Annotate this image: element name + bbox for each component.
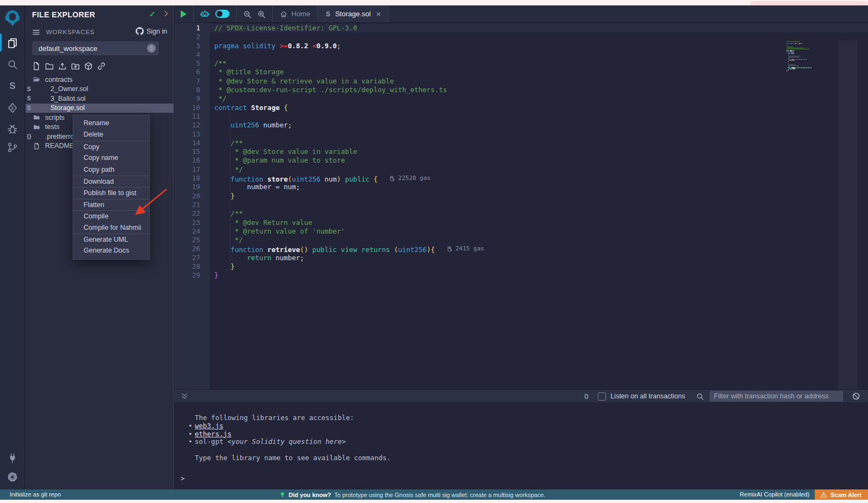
code-lines: // SPDX-License-Identifier: GPL-3.0pragm… xyxy=(214,24,484,280)
solidity-file-icon: S xyxy=(325,10,331,18)
copilot-status[interactable]: RemixAI Copilot (enabled) xyxy=(740,491,809,498)
sidebar-item-debugger[interactable] xyxy=(4,121,21,137)
sidebar-item-plugin-manager[interactable] xyxy=(4,450,21,466)
terminal-line: The following libraries are accessible: xyxy=(195,414,391,422)
menu-item-delete[interactable]: Delete xyxy=(73,129,149,140)
line-number: 26 xyxy=(174,244,206,253)
menu-item-compile-for-nahmii[interactable]: Compile for Nahmii xyxy=(73,222,149,234)
folder-open-icon xyxy=(33,76,40,83)
terminal-line: Type the library name to see available c… xyxy=(195,454,391,462)
status-bar: Initialize as git repo Did you know? To … xyxy=(0,489,868,500)
menu-item-generate-docs[interactable]: Generate Docs xyxy=(73,245,149,256)
code-line: pragma solidity >=0.8.2 <0.9.0; xyxy=(214,42,484,50)
file-icon xyxy=(33,143,40,150)
solidity-icon: S xyxy=(25,86,33,93)
terminal-search-icon[interactable] xyxy=(696,392,704,401)
bug-icon xyxy=(7,124,18,134)
library-link[interactable]: ethers.js xyxy=(195,430,232,438)
terminal-line: •ethers.js xyxy=(195,430,391,438)
code-line xyxy=(214,201,484,209)
load-from-ipfs-button[interactable] xyxy=(84,62,93,72)
line-number: 29 xyxy=(174,271,206,280)
menu-item-download[interactable]: Download xyxy=(73,176,149,187)
terminal-bar: 0 Listen on all transactions xyxy=(174,389,868,402)
deploy-icon xyxy=(7,102,18,113)
menu-item-rename[interactable]: Rename xyxy=(73,118,149,129)
tree-item-3-ballot-sol[interactable]: S3_Ballot.sol xyxy=(25,94,174,104)
remix-app: S FILE EXPLORER ✓ WORKSPACES Sign in def… xyxy=(0,5,868,489)
tab-label: Home xyxy=(291,10,310,18)
zoom-out-icon[interactable] xyxy=(243,10,252,18)
code-line: function retrieve() public view returns … xyxy=(214,244,484,253)
editor-toolbar: Home S Storage.sol × xyxy=(174,5,868,23)
line-number: 5 xyxy=(174,59,206,68)
remix-logo-icon[interactable] xyxy=(3,8,22,28)
tree-item-2-owner-sol[interactable]: S2_Owner.sol xyxy=(25,85,174,94)
menu-item-flatten[interactable]: Flatten xyxy=(73,199,149,210)
line-number: 3 xyxy=(174,42,206,50)
sidebar-item-file-explorer[interactable] xyxy=(4,35,21,51)
clear-terminal-icon[interactable] xyxy=(852,392,860,401)
upload-folder-button[interactable] xyxy=(71,62,80,72)
new-folder-button[interactable] xyxy=(45,62,54,72)
scam-alert-badge[interactable]: Scam Alert xyxy=(815,489,868,500)
solidity-icon: S xyxy=(7,81,18,92)
code-line: } xyxy=(214,192,484,201)
home-icon xyxy=(280,10,288,18)
code-editor[interactable]: 1234567891011121314151617181920212223242… xyxy=(174,23,868,395)
tree-item-storage-sol[interactable]: SStorage.sol xyxy=(25,104,174,113)
listen-transactions-checkbox[interactable] xyxy=(598,392,606,401)
search-icon xyxy=(7,59,18,70)
tree-item-contracts[interactable]: contracts xyxy=(25,75,174,85)
library-link[interactable]: web3.js xyxy=(195,422,224,430)
ai-robot-icon[interactable] xyxy=(200,9,210,19)
menu-item-copy[interactable]: Copy xyxy=(73,141,149,152)
sign-in-button[interactable]: Sign in xyxy=(136,27,167,35)
file-label: 2_Owner.sol xyxy=(50,85,88,93)
terminal-output[interactable]: The following libraries are accessible:•… xyxy=(174,402,868,489)
tab-home[interactable]: Home xyxy=(273,5,318,22)
sidebar-item-search[interactable] xyxy=(4,56,21,73)
listen-transactions-label: Listen on all transactions xyxy=(610,392,685,400)
ai-copilot-group xyxy=(194,5,237,22)
editor-scrollbar[interactable] xyxy=(838,40,857,395)
solidity-icon: S xyxy=(25,105,33,112)
menu-item-copy-path[interactable]: Copy path xyxy=(73,164,149,176)
tab-storage-sol[interactable]: S Storage.sol × xyxy=(318,5,389,22)
line-number: 8 xyxy=(174,86,206,94)
workspace-spinner-icon xyxy=(147,44,156,53)
panel-expand-chevron-icon[interactable] xyxy=(162,10,170,17)
load-from-url-button[interactable] xyxy=(97,62,106,72)
sidebar-item-settings[interactable] xyxy=(4,469,21,485)
line-number: 18 xyxy=(174,174,206,183)
code-line xyxy=(214,112,484,121)
terminal-expand-icon[interactable] xyxy=(181,392,188,400)
copilot-toggle[interactable] xyxy=(215,10,229,18)
zoom-in-icon[interactable] xyxy=(257,10,266,18)
transaction-filter-input[interactable] xyxy=(710,391,843,402)
file-label: Storage.sol xyxy=(50,104,85,112)
close-tab-icon[interactable]: × xyxy=(376,9,381,18)
workspaces-menu-icon[interactable] xyxy=(32,28,40,36)
run-script-button[interactable] xyxy=(174,5,194,22)
code-line: contract Storage { xyxy=(214,104,484,112)
menu-item-publish-file-to-gist[interactable]: Publish file to gist xyxy=(73,187,149,198)
upload-file-icon xyxy=(58,62,67,70)
minimap[interactable] xyxy=(786,41,826,72)
workspace-name: default_workspace xyxy=(39,44,97,53)
terminal-prompt[interactable]: > xyxy=(181,475,185,483)
git-init-button[interactable]: Initialize as git repo xyxy=(10,491,61,498)
sidebar-item-deploy-run[interactable] xyxy=(4,100,21,116)
sidebar-item-git[interactable] xyxy=(4,139,21,156)
file-label: 3_Ballot.sol xyxy=(50,95,86,102)
upload-file-button[interactable] xyxy=(58,62,67,72)
menu-item-generate-uml[interactable]: Generate UML xyxy=(73,234,149,245)
menu-item-compile[interactable]: Compile xyxy=(73,210,149,222)
workspace-select[interactable]: default_workspace xyxy=(32,41,159,55)
menu-item-copy-name[interactable]: Copy name xyxy=(73,152,149,164)
new-file-button[interactable] xyxy=(32,62,41,72)
sidebar-item-solidity-compiler[interactable]: S xyxy=(4,78,21,94)
code-line: /** xyxy=(214,59,484,68)
file-context-menu: RenameDeleteCopyCopy nameCopy pathDownlo… xyxy=(73,115,150,260)
code-line: * @param num value to store xyxy=(214,156,484,165)
